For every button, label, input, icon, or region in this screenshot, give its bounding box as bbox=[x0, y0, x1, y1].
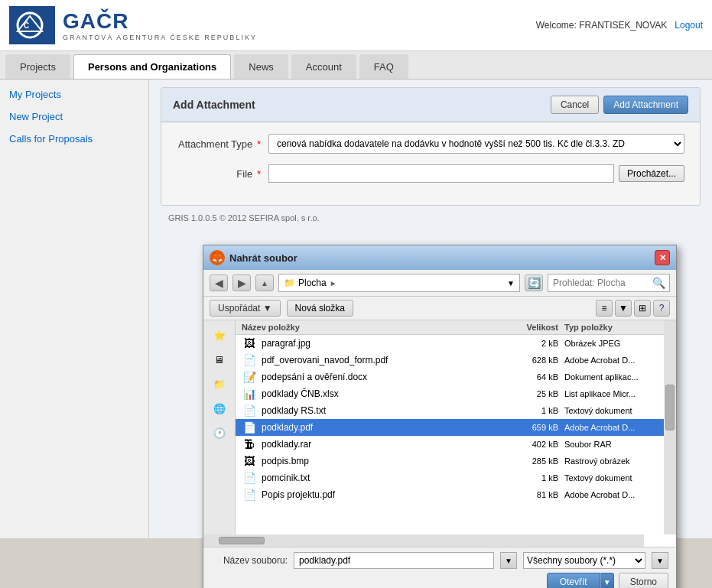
back-button[interactable]: ◀ bbox=[210, 275, 228, 291]
help-button[interactable]: ? bbox=[653, 300, 670, 317]
file-name-0: paragraf.jpg bbox=[262, 338, 497, 349]
arrange-button[interactable]: Uspořádat ▼ bbox=[210, 300, 281, 317]
filetype-select[interactable]: Všechny soubory (*.*) bbox=[523, 552, 645, 569]
col-type-header: Typ položky bbox=[558, 323, 658, 332]
open-button[interactable]: Otevřít bbox=[547, 573, 600, 588]
file-type-3: List aplikace Micr... bbox=[558, 389, 658, 398]
file-type-2: Dokument aplikac... bbox=[558, 372, 658, 382]
file-item[interactable]: 🗜 podklady.rar 402 kB Soubor RAR bbox=[236, 436, 664, 453]
file-size-8: 1 kB bbox=[497, 473, 558, 482]
sidebar-computer-icon[interactable]: 🖥 bbox=[209, 349, 230, 370]
filename-input[interactable] bbox=[294, 552, 494, 569]
tab-news[interactable]: News bbox=[234, 54, 288, 79]
dialog-cancel-button[interactable]: Storno bbox=[619, 573, 668, 588]
file-type-8: Textový dokument bbox=[558, 473, 658, 482]
file-required-marker: * bbox=[257, 168, 261, 180]
nav-bar: Projects Persons and Organizations News … bbox=[0, 51, 712, 80]
file-item[interactable]: 📄 Popis projektu.pdf 81 kB Adobe Acrobat… bbox=[236, 486, 664, 503]
cancel-button[interactable]: Cancel bbox=[551, 96, 599, 114]
file-size-1: 628 kB bbox=[497, 356, 558, 365]
file-item[interactable]: 📊 podklady ČNB.xlsx 25 kB List aplikace … bbox=[236, 385, 664, 402]
file-item[interactable]: 📄 pomcinik.txt 1 kB Textový dokument bbox=[236, 469, 664, 486]
file-size-3: 25 kB bbox=[497, 389, 558, 398]
path-dropdown-arrow[interactable]: ▼ bbox=[507, 279, 515, 288]
sidebar-star-icon[interactable]: ⭐ bbox=[209, 324, 230, 346]
file-type-9: Adobe Acrobat D... bbox=[558, 490, 658, 499]
panel-header: Add Attachment Cancel Add Attachment bbox=[161, 88, 700, 122]
view-dropdown-button[interactable]: ▼ bbox=[615, 300, 632, 317]
file-type-7: Rastrový obrázek bbox=[558, 456, 658, 466]
browse-button[interactable]: Procházet... bbox=[619, 165, 684, 182]
sidebar-item-my-projects[interactable]: My Projects bbox=[0, 83, 148, 106]
sidebar-folder-icon[interactable]: 📁 bbox=[209, 373, 230, 395]
file-size-0: 2 kB bbox=[497, 339, 558, 348]
h-scrollbar-thumb[interactable] bbox=[219, 537, 265, 544]
add-attachment-button[interactable]: Add Attachment bbox=[603, 96, 688, 114]
view-controls: ≡ ▼ ⊞ ? bbox=[596, 300, 670, 317]
filetype-dropdown-button[interactable]: ▼ bbox=[652, 552, 668, 569]
file-icon-4: 📄 bbox=[242, 404, 257, 417]
filename-dropdown-button[interactable]: ▼ bbox=[500, 552, 517, 569]
add-attachment-panel: Add Attachment Cancel Add Attachment Att… bbox=[161, 87, 701, 206]
panel-body: Attachment Type * cenová nabídka dodavat… bbox=[161, 122, 700, 205]
file-list: Název položky Velikost Typ položky 🖼 par… bbox=[236, 320, 664, 534]
logo-main-text: GAČR bbox=[63, 9, 257, 34]
file-item[interactable]: 📝 podepsání a ověření.docx 64 kB Dokumen… bbox=[236, 369, 664, 385]
file-row: File * Procházet... bbox=[177, 164, 684, 183]
file-item[interactable]: 📄 pdf_overovani_navod_form.pdf 628 kB Ad… bbox=[236, 352, 664, 369]
path-text: Plocha bbox=[298, 278, 327, 288]
footer-text: GRIS 1.0.0.5 © 2012 SEFIRA spol. s r.o. bbox=[161, 206, 701, 230]
file-icon-6: 🗜 bbox=[242, 438, 257, 450]
sidebar-item-calls[interactable]: Calls for Proposals bbox=[0, 128, 148, 150]
tab-account[interactable]: Account bbox=[291, 54, 356, 79]
scrollbar-thumb[interactable] bbox=[665, 385, 675, 430]
horizontal-scrollbar[interactable] bbox=[203, 534, 644, 547]
tab-faq[interactable]: FAQ bbox=[359, 54, 408, 79]
file-type-6: Soubor RAR bbox=[558, 440, 658, 449]
dialog-close-button[interactable]: ✕ bbox=[655, 250, 670, 265]
new-folder-button[interactable]: Nová složka bbox=[287, 300, 353, 317]
refresh-button[interactable]: 🔄 bbox=[525, 275, 543, 291]
logo-sub-text: GRANTOVÁ AGENTURA ČESKÉ REPUBLIKY bbox=[63, 34, 257, 41]
dialog-sidebar: ⭐ 🖥 📁 🌐 🕐 bbox=[203, 320, 236, 534]
file-input[interactable] bbox=[268, 164, 614, 183]
sidebar-recently-icon[interactable]: 🕐 bbox=[209, 422, 230, 443]
file-label: File * bbox=[177, 168, 268, 180]
path-bar[interactable]: 📁 Plocha ► ▼ bbox=[278, 274, 520, 292]
file-input-row: Procházet... bbox=[268, 164, 684, 183]
file-name-5: podklady.pdf bbox=[262, 422, 497, 433]
up-button[interactable]: ▲ bbox=[255, 275, 274, 291]
file-name-1: pdf_overovani_navod_form.pdf bbox=[262, 355, 497, 365]
file-name-2: podepsání a ověření.docx bbox=[262, 372, 497, 382]
file-name-7: podpis.bmp bbox=[262, 456, 497, 466]
search-input[interactable] bbox=[553, 278, 652, 288]
logo-area: Č GAČR GRANTOVÁ AGENTURA ČESKÉ REPUBLIKY bbox=[9, 6, 257, 44]
file-rows-container: 🖼 paragraf.jpg 2 kB Obrázek JPEG 📄 pdf_o… bbox=[236, 335, 664, 503]
tab-projects[interactable]: Projects bbox=[5, 54, 70, 79]
attachment-type-control: cenová nabídka dodavatele na dodávku v h… bbox=[268, 134, 684, 154]
attachment-type-select[interactable]: cenová nabídka dodavatele na dodávku v h… bbox=[268, 134, 684, 154]
vertical-scrollbar[interactable] bbox=[664, 320, 676, 534]
view-list-button[interactable]: ≡ bbox=[596, 300, 613, 317]
search-icon[interactable]: 🔍 bbox=[652, 277, 665, 289]
sidebar-network-icon[interactable]: 🌐 bbox=[209, 398, 230, 419]
file-item[interactable]: 🖼 paragraf.jpg 2 kB Obrázek JPEG bbox=[236, 335, 664, 352]
logout-link[interactable]: Logout bbox=[675, 20, 703, 31]
scrollbar-track[interactable] bbox=[664, 320, 676, 534]
file-item[interactable]: 📄 podklady RS.txt 1 kB Textový dokument bbox=[236, 402, 664, 419]
forward-button[interactable]: ▶ bbox=[232, 275, 251, 291]
open-dropdown-button[interactable]: ▼ bbox=[600, 573, 614, 588]
file-item[interactable]: 📄 podklady.pdf 659 kB Adobe Acrobat D... bbox=[236, 419, 664, 436]
attachment-type-label: Attachment Type * bbox=[177, 138, 268, 150]
sidebar-item-new-project[interactable]: New Project bbox=[0, 106, 148, 128]
file-item[interactable]: 🖼 podpis.bmp 285 kB Rastrový obrázek bbox=[236, 453, 664, 469]
file-icon-8: 📄 bbox=[242, 472, 257, 484]
view-tiles-button[interactable]: ⊞ bbox=[634, 300, 651, 317]
header-user-area: Welcome: FRANTISEK_NOVAK Logout bbox=[536, 20, 703, 31]
file-name-6: podklady.rar bbox=[262, 439, 497, 450]
file-list-header: Název položky Velikost Typ položky bbox=[236, 320, 664, 335]
file-icon-9: 📄 bbox=[242, 489, 257, 501]
tab-persons[interactable]: Persons and Organizations bbox=[73, 54, 231, 79]
file-size-5: 659 kB bbox=[497, 423, 558, 432]
filename-label: Název souboru: bbox=[211, 555, 288, 566]
